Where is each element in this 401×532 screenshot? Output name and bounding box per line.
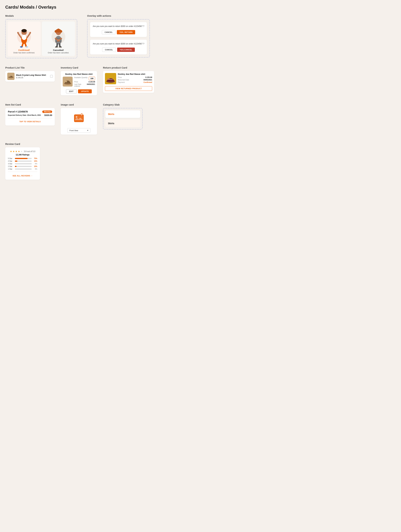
confirmed-figure [10,25,38,48]
svg-line-25 [57,44,57,47]
overlay-cancel-btn-1[interactable]: CANCEL [102,30,116,34]
rating-bar-bg-5 [15,168,32,170]
rating-bar-pct-5: 0% [33,168,37,170]
inv-order-value: 04/05/2021 [87,83,95,87]
return-product-section: Return product Card Destiny Jew Red Slee… [103,66,154,93]
image-card-section: image card Front View ▾ [61,103,97,135]
star-3: ★ [15,150,17,153]
svg-line-26 [60,44,60,47]
modal-confirmed: Confirmed! Order has been confirmed. [8,21,41,56]
inv-qty-row: Available Quantity [74,77,95,80]
product-name: Black Crystal Long Sleeve Shirt [16,74,49,76]
overlay-btn-row-2: CANCEL YES,CANCEL [93,48,144,52]
product-list-section: Product List Tile Black Crystal Long Sle… [5,66,55,82]
return-payment-row: Payment Confirmed [118,81,152,83]
svg-point-21 [60,30,62,33]
return-date-row: Returned Date 04/05/2021 [118,79,152,81]
review-score: 3.8 out of 5.0 [24,150,35,153]
inv-qty-label: Available Quantity [74,77,87,80]
inventory-card: Destiny Jew Red Sleeve shirt Available Q… [61,71,97,95]
modals-section-label: Modals [5,14,77,17]
overlay-confirm-btn-2[interactable]: YES,CANCEL [117,48,135,52]
svg-point-10 [20,46,23,48]
image-placeholder [66,110,92,127]
return-price-row: Price $ 235.98 [118,76,152,78]
divider [8,118,52,118]
select-option-label: Front View [69,129,78,132]
cancelled-sub: Order has been cancelled. [48,52,69,54]
rating-bar-label-2: 4 Star [8,160,14,162]
return-date-label: Returned Date [118,79,129,81]
mid-row: Product List Tile Black Crystal Long Sle… [5,66,396,95]
rating-bar-pct-1: 75% [33,158,37,159]
inventory-update-btn[interactable]: UPDATE [78,89,92,93]
inv-price-label: Price [74,81,78,83]
inventory-qty-input[interactable] [89,77,95,80]
confirmed-illustration [17,25,31,48]
product-price: $ 245.05 [16,77,49,79]
product-info: Black Crystal Long Sleeve Shirt $ 245.05 [16,74,49,79]
inventory-section: Inventory Card Destiny Jew Red Sleeve sh… [61,66,97,95]
review-stars: ★ ★ ★ ★ ★ 3.8 out of 5.0 [8,150,37,153]
overlay-btn-row-1: CANCEL YES, RETURN [93,30,144,34]
star-2: ★ [12,150,15,153]
category-slab-1[interactable]: Skirts [105,110,140,118]
inventory-section-label: Inventory Card [61,66,97,69]
image-add-icon [74,113,84,124]
product-list-tile: Black Crystal Long Sleeve Shirt $ 245.05 [5,71,55,82]
return-payment-value: Confirmed [144,81,152,83]
overlay-question-2: Are you sure you want to return $300 on … [93,42,144,45]
review-section-label: Review Card [5,143,396,145]
tap-view-btn[interactable]: TAP TO VIEW DETAILS [8,120,52,123]
overlay-box: Are you sure you want to return $300 on … [87,19,150,57]
item-list-card: Parcel # 12345678 Warning Expected Deliv… [5,108,55,126]
warning-badge: Warning [42,110,52,113]
category-box: Skirts Skirts [103,108,142,129]
category-name-1: Skirts [108,113,114,115]
svg-point-22 [57,29,60,31]
return-payment-label: Payment [118,81,125,83]
item-delivery-row: Expected Delivery Date: 22nd March, 2021… [8,114,52,116]
review-card: ★ ★ ★ ★ ★ 3.8 out of 5.0 12,346 Ratings … [5,147,40,180]
item-list-section: Item list Card Parcel # 12345678 Warning… [5,103,55,126]
item-list-label: Item list Card [5,103,55,106]
chevron-down-icon: ▾ [87,129,88,132]
image-view-select[interactable]: Front View ▾ [67,128,90,133]
svg-point-43 [76,116,77,118]
rating-bar-bg-2 [15,161,32,162]
image-card: Front View ▾ [61,108,97,135]
rating-bar-fill-1 [15,158,28,159]
return-thumb [105,73,116,84]
overlay-cancel-btn-2[interactable]: CANCEL [102,48,116,52]
category-section: Category Slab Skirts Skirts [103,103,142,129]
overlay-confirm-btn-1[interactable]: YES, RETURN [117,30,135,34]
rating-bar-label-3: 3 Star [8,163,14,165]
svg-point-12 [22,35,26,40]
inventory-body: Available Quantity Price $ 235.98 Last D… [63,77,95,88]
overlay-card-1: Are you sure you want to return $300 on … [90,22,147,37]
star-5: ★ [20,150,23,153]
parcel-number: Parcel # 12345678 [8,110,28,113]
rating-bars: 5 Star75%4 Star15%3 Star0%2 Star10%1 Sta… [8,158,37,170]
return-header: Destiny Jew Red Sleeve shirt Price $ 235… [105,73,152,84]
return-product-name: Destiny Jew Red Sleeve shirt [118,73,152,75]
inventory-actions: EDIT UPDATE [63,89,95,93]
product-checkbox[interactable] [50,75,53,78]
return-price-value: $ 235.98 [145,76,152,78]
delivery-label: Expected Delivery Date: [8,114,27,116]
rating-bar-pct-4: 10% [33,165,37,167]
bottom-row: Item list Card Parcel # 12345678 Warning… [5,103,396,135]
rating-bar-row-1: 5 Star75% [8,158,37,159]
inv-price-value: $ 235.98 [89,81,95,83]
view-return-btn[interactable]: VIEW RETURNED PRODUCT [105,86,152,91]
rating-bar-pct-2: 15% [33,160,37,162]
see-reviews-btn[interactable]: SEE ALL REVIEWS → [8,173,37,177]
svg-point-36 [107,78,110,80]
inventory-edit-btn[interactable]: EDIT [66,89,77,93]
rating-bar-row-4: 2 Star10% [8,165,37,167]
category-name-2: Skirts [108,122,114,125]
return-price-label: Price [118,76,122,78]
category-label: Category Slab [103,103,142,106]
rating-bar-fill-4 [15,166,17,167]
category-slab-2[interactable]: Skirts [105,120,140,127]
